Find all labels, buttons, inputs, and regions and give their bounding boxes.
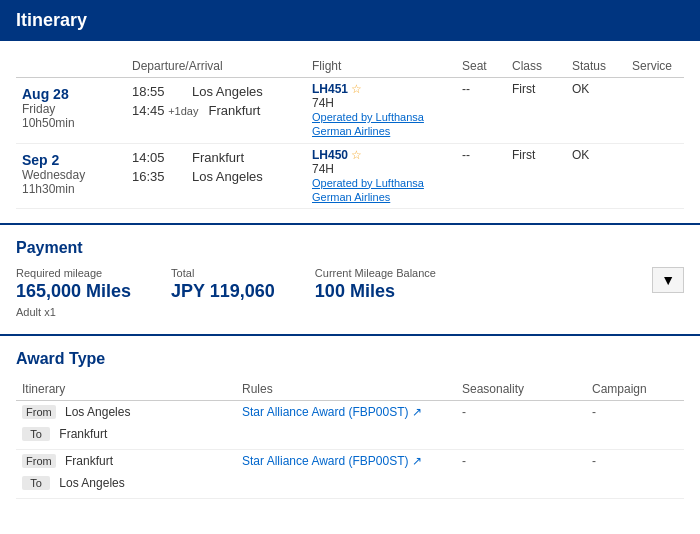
total-item: Total JPY 119,060	[171, 267, 275, 318]
class-cell: First	[506, 78, 566, 144]
flight-info-cell: LH450 ☆ 74H Operated by Lufthansa German…	[306, 143, 456, 209]
award-type-title: Award Type	[16, 350, 684, 368]
required-mileage-label: Required mileage	[16, 267, 131, 279]
award-from-cell: From Frankfurt	[16, 450, 236, 473]
flight-info-cell: LH451 ☆ 74H Operated by Lufthansa German…	[306, 78, 456, 144]
seat-cell: --	[456, 78, 506, 144]
flight-number: LH451	[312, 82, 348, 96]
star-icon: ☆	[351, 82, 362, 96]
from-label: From	[22, 454, 56, 468]
payment-items: Required mileage 165,000 Miles Adult x1 …	[16, 267, 652, 318]
required-mileage-item: Required mileage 165,000 Miles Adult x1	[16, 267, 131, 318]
award-table: Itinerary Rules Seasonality Campaign Fro…	[16, 378, 684, 499]
payment-section: Payment Required mileage 165,000 Miles A…	[0, 225, 700, 336]
award-rules-link[interactable]: Star Alliance Award (FBP00ST) ↗	[242, 405, 422, 419]
award-col-campaign: Campaign	[586, 378, 684, 401]
to-city: Los Angeles	[59, 476, 124, 490]
date-cell: Sep 2 Wednesday 11h30min	[16, 143, 126, 209]
current-balance-value: 100 Miles	[315, 281, 436, 302]
award-col-seasonality: Seasonality	[456, 378, 586, 401]
award-to-cell: To Los Angeles	[16, 472, 236, 499]
col-header-class: Class	[506, 55, 566, 78]
dep-arr-cell: 18:55 Los Angeles 14:45 +1day Frankfurt	[126, 78, 306, 144]
from-city: Frankfurt	[65, 454, 113, 468]
current-balance-label: Current Mileage Balance	[315, 267, 436, 279]
payment-dropdown-button[interactable]: ▼	[652, 267, 684, 293]
award-rules-cell: Star Alliance Award (FBP00ST) ↗	[236, 401, 456, 450]
award-col-itinerary: Itinerary	[16, 378, 236, 401]
total-label: Total	[171, 267, 275, 279]
from-label: From	[22, 405, 56, 419]
col-header-dep-arr: Departure/Arrival	[126, 55, 306, 78]
table-row: Sep 2 Wednesday 11h30min 14:05 Frankfurt…	[16, 143, 684, 209]
col-header-status: Status	[566, 55, 626, 78]
header-title-text: Itinerary	[16, 10, 87, 30]
total-value: JPY 119,060	[171, 281, 275, 302]
award-col-rules: Rules	[236, 378, 456, 401]
table-row: Aug 28 Friday 10h50min 18:55 Los Angeles…	[16, 78, 684, 144]
award-section: Award Type Itinerary Rules Seasonality C…	[0, 336, 700, 513]
col-header-seat: Seat	[456, 55, 506, 78]
col-header-service: Service	[626, 55, 684, 78]
itinerary-table: Departure/Arrival Flight Seat Class Stat…	[16, 55, 684, 209]
award-from-row: From Frankfurt Star Alliance Award (FBP0…	[16, 450, 684, 473]
from-city: Los Angeles	[65, 405, 130, 419]
award-to-cell: To Frankfurt	[16, 423, 236, 450]
current-balance-item: Current Mileage Balance 100 Miles	[315, 267, 436, 318]
service-cell	[626, 143, 684, 209]
page-title: Itinerary	[0, 0, 700, 41]
required-mileage-value: 165,000 Miles	[16, 281, 131, 302]
star-icon: ☆	[351, 148, 362, 162]
service-cell	[626, 78, 684, 144]
award-seasonality-cell: -	[456, 450, 586, 499]
to-label: To	[22, 476, 50, 490]
payment-title: Payment	[16, 239, 684, 257]
award-from-cell: From Los Angeles	[16, 401, 236, 424]
adult-label: Adult x1	[16, 306, 131, 318]
to-label: To	[22, 427, 50, 441]
award-seasonality-cell: -	[456, 401, 586, 450]
date-cell: Aug 28 Friday 10h50min	[16, 78, 126, 144]
to-city: Frankfurt	[59, 427, 107, 441]
operated-by-link[interactable]: Operated by Lufthansa German Airlines	[312, 110, 432, 139]
award-rules-cell: Star Alliance Award (FBP00ST) ↗	[236, 450, 456, 499]
col-header-flight: Flight	[306, 55, 456, 78]
itinerary-section: Departure/Arrival Flight Seat Class Stat…	[0, 41, 700, 225]
col-header-date	[16, 55, 126, 78]
award-rules-link[interactable]: Star Alliance Award (FBP00ST) ↗	[242, 454, 422, 468]
payment-row: Required mileage 165,000 Miles Adult x1 …	[16, 267, 684, 318]
seat-cell: --	[456, 143, 506, 209]
class-cell: First	[506, 143, 566, 209]
flight-number: LH450	[312, 148, 348, 162]
award-campaign-cell: -	[586, 401, 684, 450]
operated-by-link[interactable]: Operated by Lufthansa German Airlines	[312, 176, 432, 205]
dep-arr-cell: 14:05 Frankfurt 16:35 Los Angeles	[126, 143, 306, 209]
award-from-row: From Los Angeles Star Alliance Award (FB…	[16, 401, 684, 424]
award-campaign-cell: -	[586, 450, 684, 499]
dropdown-icon: ▼	[661, 272, 675, 288]
status-cell: OK	[566, 78, 626, 144]
status-cell: OK	[566, 143, 626, 209]
